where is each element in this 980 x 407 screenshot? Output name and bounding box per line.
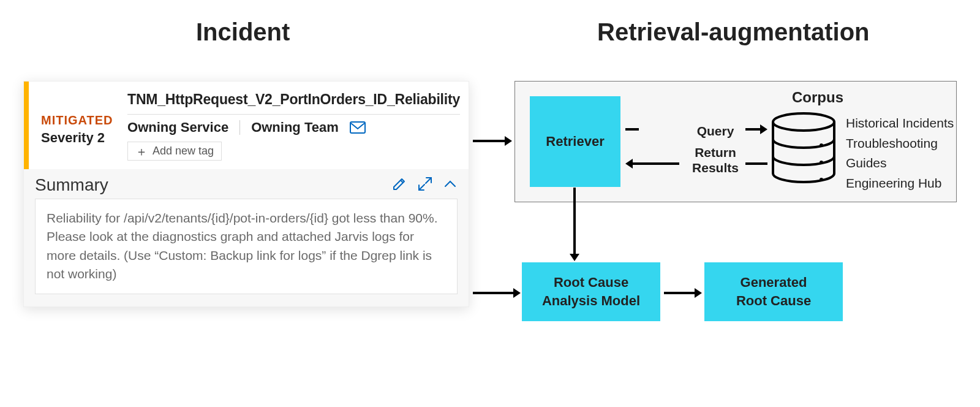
svg-point-14 xyxy=(820,178,823,181)
svg-point-13 xyxy=(820,161,823,164)
arrow-incident-to-rca xyxy=(473,287,521,299)
incident-title: TNM_HttpRequest_V2_PortInOrders_ID_Relia… xyxy=(127,91,460,115)
arrow-retriever-to-rca xyxy=(568,188,581,261)
database-icon xyxy=(770,112,837,187)
svg-marker-7 xyxy=(760,124,767,134)
retrieval-diagram: Retriever Query Return Results Corpus xyxy=(514,81,957,369)
svg-rect-0 xyxy=(350,122,365,133)
add-tag-button[interactable]: ＋ Add new tag xyxy=(127,142,222,161)
summary-actions xyxy=(391,176,458,194)
incident-card: MITIGATED Severity 2 TNM_HttpRequest_V2_… xyxy=(23,81,469,307)
arrow-rca-to-generated xyxy=(664,287,702,299)
return-label: Return xyxy=(685,145,745,160)
owning-team-label: Owning Team xyxy=(251,120,339,135)
separator xyxy=(239,120,240,135)
collapse-chevron-icon[interactable] xyxy=(443,177,458,194)
corpus-label: Corpus xyxy=(792,89,843,106)
svg-point-12 xyxy=(820,143,823,147)
arrow-incident-to-retriever xyxy=(473,135,512,147)
status-badge: MITIGATED xyxy=(41,113,127,127)
query-return-labels: Query Return Results xyxy=(685,123,745,176)
rca-model-node: Root Cause Analysis Model xyxy=(522,262,660,321)
incident-heading: Incident xyxy=(196,18,290,46)
query-label: Query xyxy=(685,123,745,139)
corpus-item: Troubleshooting Guides xyxy=(846,134,956,173)
summary-section: Summary Reliability for /api/v2/tenants/… xyxy=(24,169,469,306)
svg-marker-16 xyxy=(570,254,579,261)
expand-icon[interactable] xyxy=(417,176,433,194)
plus-icon: ＋ xyxy=(135,145,148,158)
mail-icon[interactable] xyxy=(350,121,366,134)
corpus-item: Engineering Hub xyxy=(846,173,956,194)
title-column: TNM_HttpRequest_V2_PortInOrders_ID_Relia… xyxy=(127,88,460,161)
retrieval-box: Retriever Query Return Results Corpus xyxy=(514,81,957,202)
edit-icon[interactable] xyxy=(391,176,407,194)
generated-root-cause-label: Generated Root Cause xyxy=(736,273,811,310)
owning-row: Owning Service Owning Team xyxy=(127,115,460,135)
corpus-item: Historical Incidents xyxy=(846,113,956,134)
retriever-node: Retriever xyxy=(530,96,620,187)
svg-point-11 xyxy=(773,113,834,131)
owning-service-label: Owning Service xyxy=(127,120,228,135)
severity-label: Severity 2 xyxy=(41,130,127,146)
incident-header: MITIGATED Severity 2 TNM_HttpRequest_V2_… xyxy=(24,82,469,169)
corpus-list: Historical Incidents Troubleshooting Gui… xyxy=(846,113,956,193)
svg-marker-18 xyxy=(695,288,702,298)
generated-root-cause-node: Generated Root Cause xyxy=(704,262,843,321)
rca-model-label: Root Cause Analysis Model xyxy=(542,273,640,310)
status-column: MITIGATED Severity 2 xyxy=(37,88,127,161)
add-tag-label: Add new tag xyxy=(153,145,214,158)
retrieval-heading: Retrieval-augmentation xyxy=(597,18,870,46)
summary-heading: Summary xyxy=(35,175,108,195)
results-label: Results xyxy=(685,160,745,175)
svg-marker-9 xyxy=(625,159,633,169)
svg-marker-2 xyxy=(505,136,512,146)
summary-body: Reliability for /api/v2/tenants/{id}/pot… xyxy=(35,199,458,294)
